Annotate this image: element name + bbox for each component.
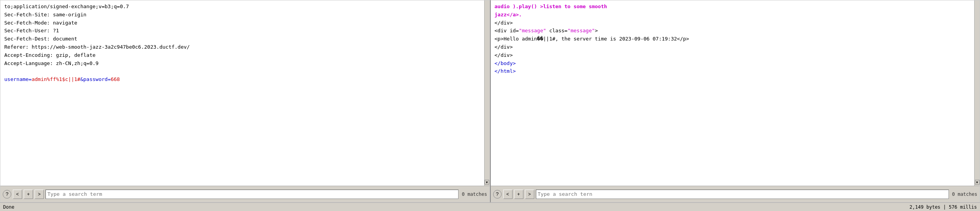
left-pane-inner: to;application/signed-exchange;v=b3;q=0.… bbox=[0, 0, 490, 186]
right-pane: audio ).play() >listen to some smooth ja… bbox=[490, 0, 980, 202]
left-search-bar: ? < + > 0 matches bbox=[0, 186, 490, 202]
left-line-4: Sec-Fetch-User: ?1 bbox=[4, 27, 480, 35]
right-line-3: </div> bbox=[495, 19, 971, 27]
right-line-4: <div id="message" class="message"> bbox=[495, 27, 971, 35]
left-prev-button[interactable]: < bbox=[13, 190, 22, 199]
right-add-button[interactable]: + bbox=[514, 190, 523, 199]
left-line-2: Sec-Fetch-Site: same-origin bbox=[4, 11, 480, 19]
right-pane-content: audio ).play() >listen to some smooth ja… bbox=[491, 0, 975, 186]
right-search-bar: ? < + > 0 matches bbox=[491, 186, 980, 202]
left-line-1: to;application/signed-exchange;v=b3;q=0.… bbox=[4, 3, 480, 11]
right-line-2: jazz</a>. bbox=[495, 11, 971, 19]
left-line-blank bbox=[4, 67, 480, 76]
left-search-input[interactable] bbox=[45, 190, 459, 199]
password-key: &password= bbox=[80, 76, 111, 82]
right-scroll-down-arrow[interactable]: ▼ bbox=[975, 180, 980, 185]
left-pane-content: to;application/signed-exchange;v=b3;q=0.… bbox=[0, 0, 484, 186]
right-pane-inner: audio ).play() >listen to some smooth ja… bbox=[491, 0, 980, 186]
right-scrollbar[interactable]: ▼ bbox=[974, 0, 980, 186]
left-scrollbar[interactable]: ▼ bbox=[484, 0, 490, 186]
right-line-5: <p>Hello admin��||1#, the server time is… bbox=[495, 35, 971, 43]
right-prev-button[interactable]: < bbox=[503, 190, 513, 199]
right-line-6: </div> bbox=[495, 43, 971, 51]
right-next-button[interactable]: > bbox=[525, 190, 534, 199]
right-help-button[interactable]: ? bbox=[493, 190, 502, 199]
left-add-button[interactable]: + bbox=[24, 190, 33, 199]
status-bar: Done 2,149 bytes | 576 millis bbox=[0, 202, 980, 211]
left-help-button[interactable]: ? bbox=[3, 190, 11, 199]
right-matches-label: 0 matches bbox=[952, 192, 977, 197]
right-line-7: </div> bbox=[495, 51, 971, 60]
left-line-5: Sec-Fetch-Dest: document bbox=[4, 35, 480, 43]
left-line-8: Accept-Language: zh-CN,zh;q=0.9 bbox=[4, 60, 480, 68]
right-search-input[interactable] bbox=[536, 190, 949, 199]
left-next-button[interactable]: > bbox=[35, 190, 44, 199]
left-line-6: Referer: https://web-smooth-jazz-3a2c947… bbox=[4, 43, 480, 51]
password-value: 668 bbox=[111, 76, 120, 82]
left-scroll-down-arrow[interactable]: ▼ bbox=[485, 180, 489, 185]
right-line-1: audio ).play() >listen to some smooth bbox=[495, 3, 971, 11]
main-area: to;application/signed-exchange;v=b3;q=0.… bbox=[0, 0, 980, 202]
status-right: 2,149 bytes | 576 millis bbox=[910, 204, 977, 210]
left-line-3: Sec-Fetch-Mode: navigate bbox=[4, 19, 480, 27]
left-line-credentials: username=admin%ff%1$c||1#&password=668 bbox=[4, 76, 480, 84]
username-key: username= bbox=[4, 76, 31, 82]
right-line-8: </body> bbox=[495, 60, 971, 68]
left-pane: to;application/signed-exchange;v=b3;q=0.… bbox=[0, 0, 490, 202]
left-line-7: Accept-Encoding: gzip, deflate bbox=[4, 51, 480, 60]
right-line-9: </html> bbox=[495, 67, 971, 76]
status-left: Done bbox=[3, 204, 14, 210]
username-value: admin%ff%1$c||1# bbox=[31, 76, 80, 82]
left-matches-label: 0 matches bbox=[462, 192, 487, 197]
